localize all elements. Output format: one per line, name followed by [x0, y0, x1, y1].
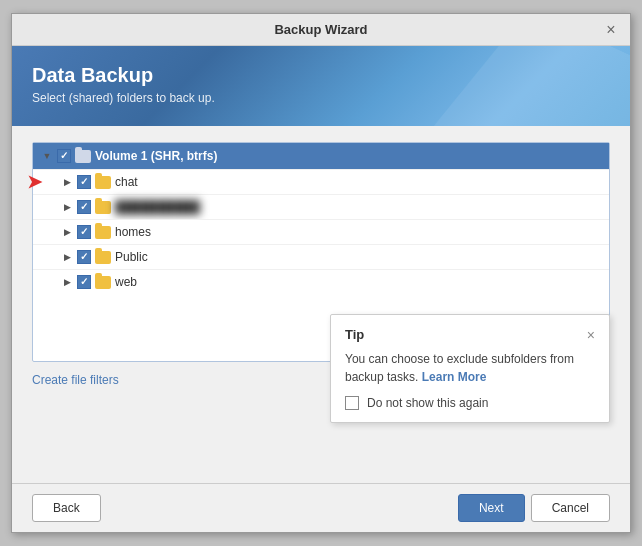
chat-folder-icon [95, 176, 111, 189]
right-button-group: Next Cancel [458, 494, 610, 522]
chat-expand-arrow[interactable] [61, 176, 73, 188]
web-expand-arrow[interactable] [61, 276, 73, 288]
tip-header: Tip × [345, 327, 595, 342]
homes-item-label: homes [115, 225, 151, 239]
tip-do-not-show-row: Do not show this again [345, 396, 595, 410]
homes-checkbox[interactable] [77, 225, 91, 239]
tip-text: You can choose to exclude subfolders fro… [345, 350, 595, 386]
header-subtitle: Select (shared) folders to back up. [32, 91, 215, 105]
tree-item-homes[interactable]: homes [33, 219, 609, 244]
tree-root-item[interactable]: Volume 1 (SHR, btrfs) [33, 143, 609, 169]
header-banner: Data Backup Select (shared) folders to b… [12, 46, 630, 126]
backup-wizard-window: Backup Wizard × Data Backup Select (shar… [11, 13, 631, 533]
header-title: Data Backup [32, 64, 215, 87]
public-folder-icon [95, 251, 111, 264]
root-expand-arrow[interactable] [41, 150, 53, 162]
tree-item-web[interactable]: web [33, 269, 609, 294]
tree-item-chat[interactable]: ➤ chat [33, 169, 609, 194]
tip-popup: Tip × You can choose to exclude subfolde… [330, 314, 610, 423]
tip-learn-more-link[interactable]: Learn More [422, 370, 487, 384]
tip-do-not-show-label: Do not show this again [367, 396, 488, 410]
public-expand-arrow[interactable] [61, 251, 73, 263]
chat-checkbox[interactable] [77, 175, 91, 189]
public-checkbox[interactable] [77, 250, 91, 264]
root-item-label: Volume 1 (SHR, btrfs) [95, 149, 217, 163]
tip-title: Tip [345, 327, 364, 342]
homes-expand-arrow[interactable] [61, 226, 73, 238]
web-folder-icon [95, 276, 111, 289]
blurred-folder-icon [95, 201, 111, 214]
blurred-item-label: ██████████ [115, 200, 200, 214]
root-folder-icon [75, 150, 91, 163]
header-text-block: Data Backup Select (shared) folders to b… [32, 64, 215, 105]
window-title: Backup Wizard [274, 22, 367, 37]
tip-close-button[interactable]: × [587, 328, 595, 342]
public-item-label: Public [115, 250, 148, 264]
homes-folder-icon [95, 226, 111, 239]
web-checkbox[interactable] [77, 275, 91, 289]
next-button[interactable]: Next [458, 494, 525, 522]
tree-item-blurred[interactable]: ██████████ [33, 194, 609, 219]
blurred-expand-arrow[interactable] [61, 201, 73, 213]
tip-do-not-show-checkbox[interactable] [345, 396, 359, 410]
root-checkbox[interactable] [57, 149, 71, 163]
back-button[interactable]: Back [32, 494, 101, 522]
red-arrow-indicator: ➤ [27, 171, 42, 193]
web-item-label: web [115, 275, 137, 289]
chat-item-label: chat [115, 175, 138, 189]
create-file-filters-link[interactable]: Create file filters [32, 373, 119, 387]
title-bar: Backup Wizard × [12, 14, 630, 46]
cancel-button[interactable]: Cancel [531, 494, 610, 522]
blurred-checkbox[interactable] [77, 200, 91, 214]
content-area: Volume 1 (SHR, btrfs) ➤ chat ██████████ [12, 126, 630, 483]
window-close-button[interactable]: × [602, 21, 620, 39]
tree-item-public[interactable]: Public [33, 244, 609, 269]
bottom-bar: Back Next Cancel [12, 483, 630, 532]
